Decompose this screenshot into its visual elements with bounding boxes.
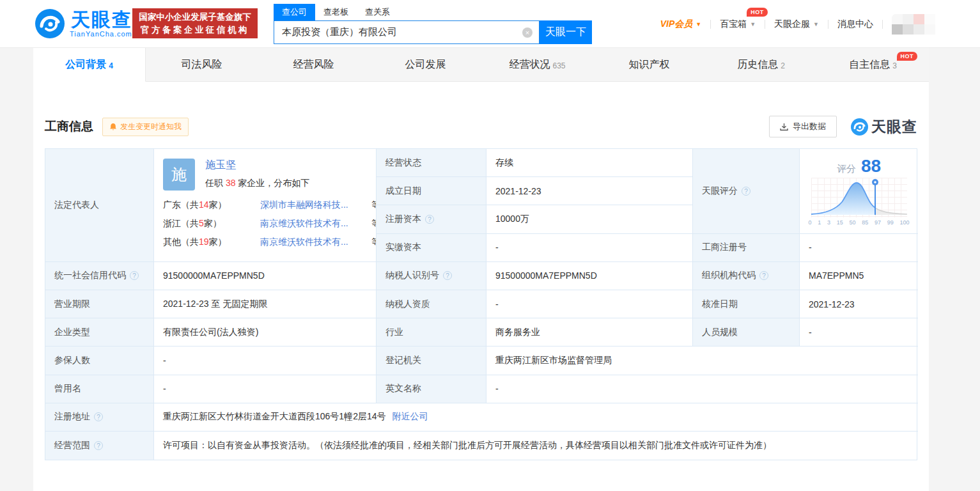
- search-input[interactable]: [274, 27, 511, 38]
- chevron-down-icon: ▼: [696, 21, 701, 27]
- label-staff-size: 人员规模: [693, 318, 800, 347]
- value-credit-code: 91500000MA7EPPMN5D: [154, 262, 377, 290]
- label-business-term: 营业期限: [45, 290, 154, 318]
- nav-enterprise-service[interactable]: 天眼企服 ▼: [774, 19, 819, 30]
- help-icon[interactable]: ?: [425, 215, 434, 224]
- tab-history-info[interactable]: 历史信息 2: [705, 48, 817, 82]
- label-text: 纳税人识别号: [385, 270, 439, 281]
- paren: （共: [181, 237, 199, 247]
- main-content: 公司背景 4 司法风险 经营风险 公司发展 经营状况 635 知识产权 历史信息…: [33, 48, 929, 491]
- label-approval-date: 核准日期: [693, 290, 800, 318]
- value-text: 2021-12-23: [495, 186, 541, 196]
- clear-search-icon[interactable]: ×: [522, 27, 533, 38]
- tab-judicial-risk[interactable]: 司法风险: [146, 48, 258, 82]
- label-english-name: 英文名称: [377, 375, 486, 403]
- search-tabs: 查公司 查老板 查关系: [274, 4, 592, 20]
- tick: 50: [849, 219, 855, 226]
- logo-title: 天眼查: [71, 10, 132, 29]
- legal-rep-name-link[interactable]: 施玉坚: [205, 159, 236, 170]
- value-taxpayer-id: 91500000MA7EPPMN5D: [486, 262, 693, 290]
- tick: 15: [837, 219, 843, 226]
- label-registry-authority: 登记机关: [377, 347, 486, 375]
- nav-message-center[interactable]: 消息中心: [837, 19, 873, 30]
- label-business-scope: 经营范围?: [45, 432, 154, 460]
- region-count: 5: [199, 218, 204, 228]
- value-business-scope: 许可项目：以自有资金从事投资活动。（依法须经批准的项目，经相关部门批准后方可开展…: [154, 432, 918, 460]
- nav-vip-member[interactable]: VIP会员 ▼: [660, 19, 702, 30]
- address-text: 重庆两江新区大竹林街道金开大道西段106号1幢2层14号: [163, 411, 386, 423]
- download-icon: [780, 123, 788, 131]
- tick: 85: [862, 219, 868, 226]
- help-icon[interactable]: ?: [130, 271, 139, 280]
- label-text: 曾用名: [54, 383, 81, 394]
- search-tab-relation[interactable]: 查关系: [357, 4, 398, 20]
- notify-on-change-button[interactable]: 发生变更时通知我: [102, 118, 189, 136]
- value-registered-address: 重庆两江新区大竹林街道金开大道西段106号1幢2层14号 附近公司: [154, 403, 918, 432]
- company-link[interactable]: 深圳市丰融网络科技...: [260, 199, 366, 211]
- tab-operating-risk[interactable]: 经营风险: [258, 48, 369, 82]
- distribution-row: 浙江（共5家） 南京维沃软件技术有... 等: [163, 218, 372, 230]
- nearby-companies-link[interactable]: 附近公司: [393, 411, 428, 423]
- nav-vip-label: VIP会员: [660, 19, 693, 30]
- search-tab-boss[interactable]: 查老板: [315, 4, 357, 20]
- tab-intellectual-property[interactable]: 知识产权: [593, 48, 705, 82]
- score-distribution-chart: [811, 178, 907, 217]
- label-text: 经营范围: [54, 440, 90, 451]
- user-avatar-censored[interactable]: [892, 14, 935, 35]
- value-former-name: -: [154, 375, 377, 403]
- tianyancha-logo[interactable]: 天眼查 TianYanCha.com: [35, 9, 132, 38]
- help-icon[interactable]: ?: [94, 441, 103, 450]
- tab-count: 3: [892, 61, 897, 70]
- value-english-name: -: [486, 375, 918, 403]
- tab-operating-status[interactable]: 经营状况 635: [481, 48, 593, 82]
- tab-company-development[interactable]: 公司发展: [369, 48, 481, 82]
- paren: （共: [181, 218, 199, 228]
- etc-text: 等: [371, 237, 377, 248]
- value-establish-date: 2021-12-23: [486, 177, 693, 205]
- label-credit-code: 统一社会信用代码?: [45, 262, 154, 290]
- label-text: 实缴资本: [385, 242, 421, 253]
- region-count: 14: [199, 199, 209, 210]
- export-data-button[interactable]: 导出数据: [769, 116, 837, 137]
- gov-certification-badge: 国家中小企业发展子基金旗下 官方备案企业征信机构: [132, 8, 258, 38]
- help-icon[interactable]: ?: [742, 187, 751, 196]
- tab-company-background[interactable]: 公司背景 4: [33, 48, 146, 82]
- search-tab-company[interactable]: 查公司: [274, 4, 315, 20]
- tenure-line: 任职 38 家企业，分布如下: [205, 178, 309, 189]
- help-icon[interactable]: ?: [443, 271, 452, 280]
- search-box: 查公司 查老板 查关系 × 天眼一下: [274, 4, 592, 44]
- chevron-down-icon: ▼: [750, 21, 756, 27]
- nav-toolbox[interactable]: HOT 百宝箱 ▼: [720, 19, 756, 30]
- region: 其他: [163, 237, 181, 247]
- etc-text: 等: [371, 199, 377, 211]
- tab-label: 公司发展: [405, 58, 446, 72]
- tab-self-info[interactable]: 自主信息 3 HOT: [817, 48, 929, 82]
- search-input-wrap: ×: [274, 20, 540, 44]
- tab-count: 4: [109, 61, 113, 70]
- value-text: -: [163, 355, 166, 366]
- divider: [765, 20, 765, 29]
- region-count: 19: [199, 237, 209, 247]
- avatar[interactable]: 施: [163, 159, 195, 191]
- search-submit-button[interactable]: 天眼一下: [540, 20, 592, 44]
- value-text: MA7EPPMN5: [809, 270, 864, 281]
- company-link[interactable]: 南京维沃软件技术有...: [260, 218, 366, 230]
- tab-count: 2: [781, 61, 785, 70]
- tianyan-score-cell[interactable]: 评分 88: [800, 149, 918, 234]
- label-registered-address: 注册地址?: [45, 403, 154, 432]
- label-registered-capital: 注册资本?: [377, 205, 486, 233]
- score-value: 88: [861, 156, 881, 176]
- tab-count: 635: [552, 61, 565, 70]
- value-paidin-capital: -: [486, 234, 693, 262]
- nav-enterprise-label: 天眼企服: [774, 19, 810, 30]
- label-paidin-capital: 实缴资本: [377, 234, 486, 262]
- etc-text: 等: [371, 218, 377, 230]
- label-text: 英文名称: [385, 383, 421, 394]
- value-text: -: [163, 384, 166, 394]
- value-industry: 商务服务业: [486, 318, 693, 347]
- company-link[interactable]: 南京维沃软件技术有...: [260, 237, 366, 248]
- help-icon[interactable]: ?: [759, 271, 768, 280]
- paren: （共: [181, 199, 199, 210]
- value-text: 有限责任公司(法人独资): [163, 327, 258, 338]
- help-icon[interactable]: ?: [94, 412, 103, 421]
